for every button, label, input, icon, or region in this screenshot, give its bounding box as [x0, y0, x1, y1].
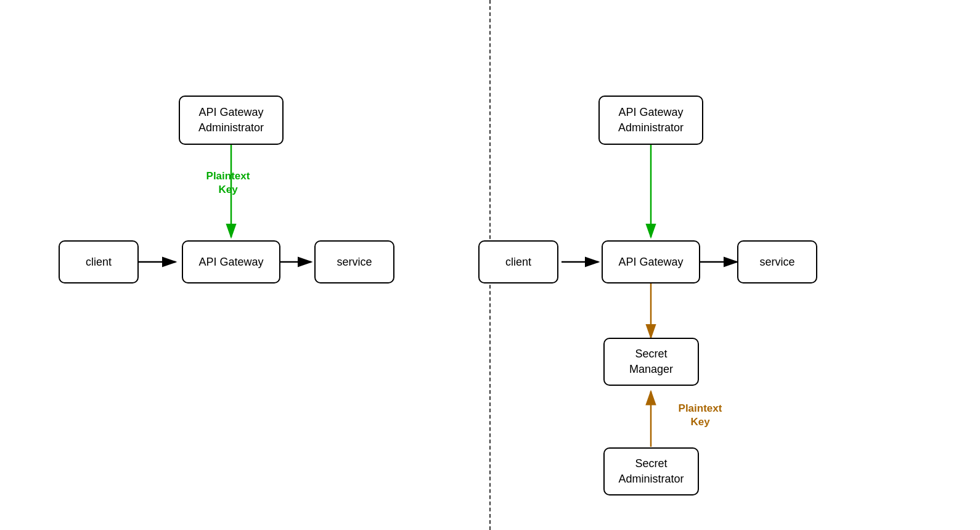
left-gateway-node: API Gateway	[182, 240, 280, 283]
left-client-label: client	[86, 256, 112, 269]
right-panel: API Gateway Administrator API Gateway cl…	[491, 0, 980, 530]
left-service-label: service	[337, 256, 372, 269]
left-client-node: client	[59, 240, 139, 283]
left-arrow-label-text: Plaintext Key	[206, 170, 250, 195]
right-admin-node: API Gateway Administrator	[598, 96, 703, 145]
right-secret-admin-node: Secret Administrator	[603, 447, 699, 495]
right-arrows	[491, 0, 980, 530]
right-client-node: client	[478, 240, 558, 283]
left-admin-label: API Gateway Administrator	[198, 105, 264, 136]
right-canvas: API Gateway Administrator API Gateway cl…	[491, 0, 980, 530]
right-secret-manager-node: Secret Manager	[603, 338, 699, 386]
left-arrow-label: Plaintext Key	[188, 169, 268, 197]
right-admin-label: API Gateway Administrator	[618, 105, 684, 136]
right-service-node: service	[737, 240, 817, 283]
left-service-node: service	[314, 240, 394, 283]
left-canvas: API Gateway Administrator Plaintext Key …	[0, 0, 489, 530]
right-service-label: service	[759, 256, 794, 269]
left-gateway-label: API Gateway	[198, 256, 263, 269]
right-arrow-label: Plaintext Key	[660, 402, 740, 429]
right-secret-manager-label: Secret Manager	[629, 346, 673, 377]
left-admin-node: API Gateway Administrator	[179, 96, 284, 145]
right-arrow-label-text: Plaintext Key	[679, 402, 722, 428]
right-gateway-node: API Gateway	[602, 240, 700, 283]
right-client-label: client	[505, 256, 531, 269]
right-gateway-label: API Gateway	[618, 256, 683, 269]
right-secret-admin-label: Secret Administrator	[618, 456, 684, 487]
left-panel: API Gateway Administrator Plaintext Key …	[0, 0, 489, 530]
